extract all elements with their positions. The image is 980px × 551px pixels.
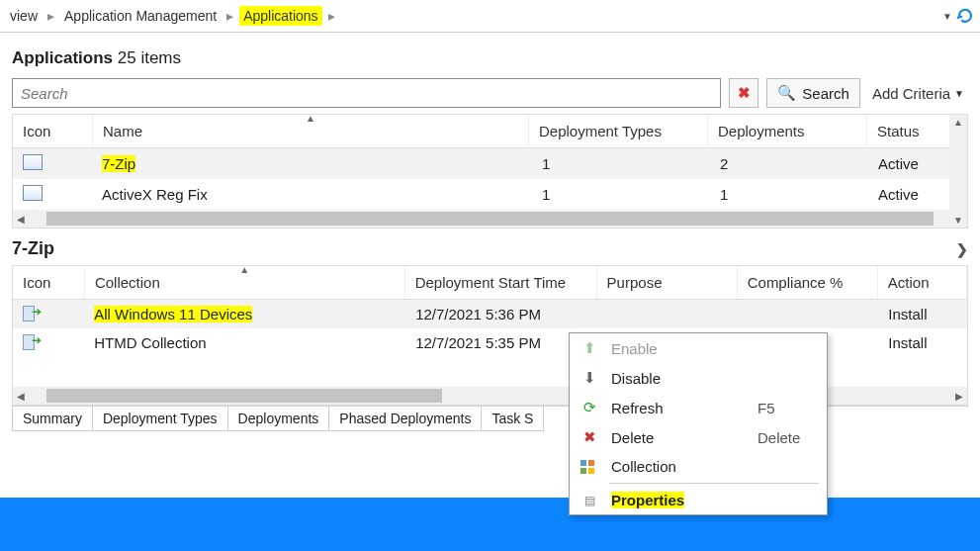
search-button-label: Search [802,85,849,102]
arrow-up-icon: ⬆ [579,339,599,357]
sort-asc-icon: ▲ [239,264,249,275]
scroll-thumb[interactable] [46,389,442,403]
col-icon[interactable]: Icon [13,115,93,147]
menu-properties[interactable]: ▤ Properties [570,486,827,514]
deployment-icon [23,334,41,348]
app-dep: 2 [710,149,868,178]
add-criteria-button[interactable]: Add Criteria ▼ [868,85,968,102]
tab-deployments[interactable]: Deployments [227,407,330,431]
application-icon [23,185,43,201]
grid-header: Icon ▲Name Deployment Types Deployments … [13,115,967,148]
app-name: ActiveX Reg Fix [92,180,532,209]
deployment-compliance [738,309,878,321]
col-start-time[interactable]: Deployment Start Time [405,266,597,299]
scroll-down-icon: ▼ [953,215,963,226]
scroll-left-icon: ◀ [13,391,29,402]
col-compliance[interactable]: Compliance % [738,266,878,299]
history-dropdown-icon[interactable]: ▼ [942,11,952,22]
tab-task-sequences[interactable]: Task S [481,407,544,431]
menu-delete[interactable]: ✖ Delete Delete [570,422,827,452]
app-dt: 1 [532,149,710,178]
properties-icon: ▤ [579,494,599,507]
menu-refresh[interactable]: ⟳ Refresh F5 [570,393,827,422]
taskbar-area [0,498,980,551]
menu-properties-label: Properties [611,492,684,508]
col-icon[interactable]: Icon [13,266,85,299]
refresh-icon: ⟳ [579,399,599,416]
chevron-right-icon: ▸ [226,8,233,24]
magnify-icon: 🔍 [777,84,796,102]
col-collection[interactable]: ▲Collection [85,266,405,299]
col-deployment-types[interactable]: Deployment Types [529,115,708,147]
vertical-scrollbar[interactable]: ▲▼ [949,115,967,228]
breadcrumb-app-mgmt[interactable]: Application Management [60,6,221,26]
applications-grid: Icon ▲Name Deployment Types Deployments … [12,114,968,229]
scroll-up-icon: ▲ [953,117,963,128]
refresh-icon[interactable] [956,7,974,25]
menu-collection[interactable]: Collection [570,452,827,481]
delete-icon: ✖ [579,428,599,446]
svg-rect-0 [580,460,586,466]
deployment-icon [23,306,41,320]
sort-asc-icon: ▲ [306,113,315,124]
context-menu: ⬆ Enable ⬇ Disable ⟳ Refresh F5 ✖ Delete… [569,332,828,515]
search-input[interactable] [12,78,721,108]
panel-title-count: 25 items [118,48,181,67]
breadcrumb-view[interactable]: view [6,6,42,26]
tab-summary[interactable]: Summary [12,407,93,431]
deployment-collection: All Windows 11 Devices [94,306,252,322]
chevron-right-icon: ▸ [328,8,335,24]
tab-phased-deployments[interactable]: Phased Deployments [328,407,482,431]
app-name: 7-Zip [102,155,135,172]
clear-search-button[interactable]: ✖ [729,78,758,108]
collection-icon [579,459,599,475]
deployment-action: Install [878,328,967,357]
arrow-down-icon: ⬇ [579,369,599,387]
deployment-purpose [597,309,738,321]
scroll-right-icon: ▶ [951,391,967,402]
table-row[interactable]: All Windows 11 Devices 12/7/2021 5:36 PM… [13,300,967,328]
svg-rect-3 [588,468,594,474]
scroll-thumb[interactable] [46,212,934,226]
menu-enable[interactable]: ⬆ Enable [570,333,827,363]
chevron-right-icon: ▸ [47,8,54,24]
col-name[interactable]: ▲Name [93,115,529,147]
x-icon: ✖ [738,84,751,102]
grid-header: Icon ▲Collection Deployment Start Time P… [13,266,967,300]
menu-shortcut: F5 [757,400,817,416]
applications-panel: Applications 25 items ✖ 🔍 Search Add Cri… [0,33,980,229]
detail-title: 7-Zip ❯ [0,229,980,265]
menu-shortcut: Delete [757,429,817,446]
breadcrumb-applications[interactable]: Applications [239,6,322,26]
col-deployments[interactable]: Deployments [708,115,867,147]
menu-disable[interactable]: ⬇ Disable [570,363,827,393]
application-icon [23,154,43,170]
add-criteria-label: Add Criteria [872,85,950,102]
breadcrumb-bar: view ▸ Application Management ▸ Applicat… [0,0,980,33]
col-action[interactable]: Action [878,266,967,299]
app-dt: 1 [532,180,710,209]
horizontal-scrollbar[interactable]: ◀▶ [13,210,967,228]
chevron-down-icon: ▼ [954,88,964,99]
panel-title: Applications 25 items [12,48,968,68]
col-purpose[interactable]: Purpose [597,266,738,299]
app-dep: 1 [710,180,868,209]
svg-rect-2 [580,468,586,474]
menu-separator [609,483,819,484]
deployment-action: Install [878,300,967,328]
tab-deployment-types[interactable]: Deployment Types [92,407,228,431]
deployment-start: 12/7/2021 5:36 PM [405,300,597,328]
table-row[interactable]: 7-Zip 1 2 Active [13,148,967,179]
panel-title-bold: Applications [12,48,113,67]
deployment-collection: HTMD Collection [84,328,405,357]
collapse-icon[interactable]: ❯ [956,241,968,257]
svg-rect-1 [588,460,594,466]
table-row[interactable]: ActiveX Reg Fix 1 1 Active [13,179,967,210]
search-button[interactable]: 🔍 Search [766,78,860,108]
scroll-left-icon: ◀ [13,214,29,225]
